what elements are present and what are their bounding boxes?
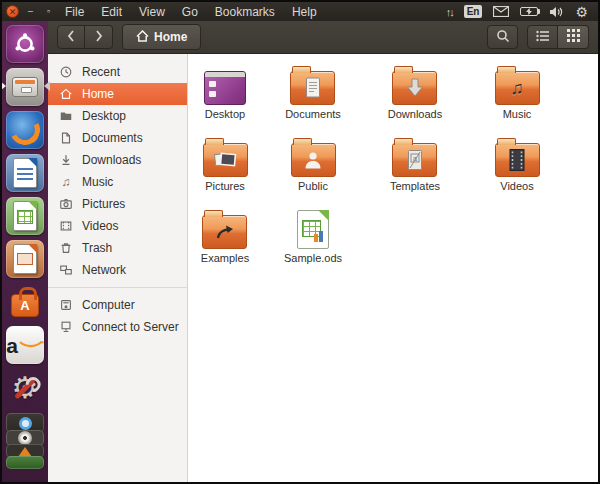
breadcrumb-home-button[interactable]: Home: [122, 24, 201, 50]
dock-item-amazon[interactable]: a: [6, 326, 44, 364]
sidebar-item-trash[interactable]: Trash: [48, 237, 187, 259]
blue-ring-icon: [19, 417, 32, 430]
menu-file[interactable]: File: [65, 5, 84, 19]
documents-folder-icon: [290, 71, 335, 105]
file-item-downloads[interactable]: Downloads: [388, 61, 442, 120]
dock-stacked-items[interactable]: [6, 413, 44, 471]
places-sidebar: RecentHomeDesktopDocumentsDownloads♫Musi…: [48, 54, 188, 482]
menu-go[interactable]: Go: [182, 5, 198, 19]
nautilus-toolbar: Home: [48, 21, 598, 54]
dock-item-firefox[interactable]: [6, 111, 44, 149]
sidebar-item-pictures[interactable]: Pictures: [48, 193, 187, 215]
dock-item-stacked-app-green[interactable]: [6, 456, 44, 469]
file-item-videos[interactable]: Videos: [495, 133, 540, 192]
sidebar-item-desktop[interactable]: Desktop: [48, 105, 187, 127]
menu-edit[interactable]: Edit: [101, 5, 122, 19]
file-item-music[interactable]: ♫Music: [495, 61, 540, 120]
file-item-documents[interactable]: Documents: [285, 61, 341, 120]
sidebar-item-label: Pictures: [82, 197, 125, 211]
minimize-window-button[interactable]: –: [24, 5, 37, 18]
computer-drive-icon: [59, 298, 73, 312]
sidebar-item-label: Documents: [82, 131, 143, 145]
search-button[interactable]: [487, 25, 518, 49]
nautilus-window: Home: [48, 21, 598, 482]
grid-view-button[interactable]: [558, 25, 589, 49]
dock-item-libreoffice-impress[interactable]: [6, 240, 44, 278]
forward-button[interactable]: [85, 25, 113, 49]
chevron-left-icon: [67, 30, 75, 45]
file-label: Documents: [285, 108, 341, 120]
dock-item-software-center[interactable]: A: [6, 283, 44, 321]
file-label: Downloads: [388, 108, 442, 120]
volume-icon[interactable]: [549, 6, 564, 18]
sidebar-item-home[interactable]: Home: [48, 83, 187, 105]
file-item-pictures[interactable]: Pictures: [203, 133, 248, 192]
back-button[interactable]: [57, 25, 85, 49]
shopping-bag-icon: A: [6, 283, 44, 321]
maximize-window-button[interactable]: ▫: [42, 5, 55, 18]
dock-item-system-settings[interactable]: ⚙: [6, 369, 44, 407]
nav-button-group: [57, 25, 113, 49]
amazon-a-icon: a: [6, 326, 44, 364]
download-arrow-icon: [59, 153, 73, 167]
file-label: Pictures: [205, 180, 245, 192]
breadcrumb-label: Home: [154, 30, 187, 44]
session-gear-icon[interactable]: ⚙: [575, 5, 588, 19]
view-toggle-group: [527, 25, 589, 49]
battery-icon[interactable]: [520, 7, 538, 16]
video-icon: [59, 219, 73, 233]
dock-item-libreoffice-calc[interactable]: [6, 197, 44, 235]
sidebar-item-connect-to-server[interactable]: Connect to Server: [48, 316, 187, 338]
file-item-public[interactable]: Public: [291, 133, 336, 192]
sidebar-item-label: Desktop: [82, 109, 126, 123]
menu-help[interactable]: Help: [292, 5, 317, 19]
sidebar-item-computer[interactable]: Computer: [48, 294, 187, 316]
sidebar-separator: [48, 287, 187, 288]
ubuntu-desktop-screen: ✕–▫ FileEditViewGoBookmarksHelp ↑↓En⚙ Aa…: [0, 0, 600, 484]
menu-view[interactable]: View: [139, 5, 165, 19]
ods-spreadsheet-icon: [297, 210, 329, 249]
file-item-examples[interactable]: Examples: [201, 205, 249, 264]
menu-bookmarks[interactable]: Bookmarks: [215, 5, 275, 19]
sidebar-item-network[interactable]: Network: [48, 259, 187, 281]
file-cabinet-icon: [6, 68, 44, 106]
sidebar-item-label: Videos: [82, 219, 118, 233]
keyboard-indicator[interactable]: En: [464, 5, 483, 18]
firefox-icon: [6, 111, 44, 149]
trash-icon: [59, 241, 73, 255]
sidebar-item-label: Trash: [82, 241, 112, 255]
sidebar-item-music[interactable]: ♫Music: [48, 171, 187, 193]
chevron-right-icon: [95, 30, 103, 45]
sidebar-item-videos[interactable]: Videos: [48, 215, 187, 237]
dock-item-file-manager[interactable]: [6, 68, 44, 106]
recent-clock-icon: [59, 65, 73, 79]
file-item-templates[interactable]: aTemplates: [390, 133, 440, 192]
videos-folder-icon: [495, 143, 540, 177]
close-window-button[interactable]: ✕: [6, 5, 19, 18]
sidebar-item-documents[interactable]: Documents: [48, 127, 187, 149]
document-icon: [59, 131, 73, 145]
nautilus-content: RecentHomeDesktopDocumentsDownloads♫Musi…: [48, 54, 598, 482]
mail-icon[interactable]: [493, 6, 509, 17]
sidebar-item-recent[interactable]: Recent: [48, 61, 187, 83]
sidebar-item-label: Connect to Server: [82, 320, 179, 334]
dock-item-ubuntu-dash[interactable]: [6, 25, 44, 63]
file-label: Templates: [390, 180, 440, 192]
file-browser-main: DesktopDocumentsDownloads♫MusicPicturesP…: [188, 54, 598, 482]
search-icon: [496, 29, 510, 46]
file-item-desktop[interactable]: Desktop: [204, 61, 246, 120]
list-view-button[interactable]: [527, 25, 558, 49]
sidebar-item-label: Music: [82, 175, 113, 189]
dock-item-libreoffice-writer[interactable]: [6, 154, 44, 192]
disc-icon: [18, 431, 32, 445]
examples-folder-icon: [202, 215, 247, 249]
global-menu-bar: ✕–▫ FileEditViewGoBookmarksHelp ↑↓En⚙: [2, 2, 598, 21]
file-label: Examples: [201, 252, 249, 264]
file-item-sample-ods[interactable]: Sample.ods: [284, 205, 342, 264]
network-arrows-icon[interactable]: ↑↓: [446, 6, 453, 18]
sidebar-item-downloads[interactable]: Downloads: [48, 149, 187, 171]
camera-icon: [59, 197, 73, 211]
file-label: Public: [298, 180, 328, 192]
folder-icon: [59, 109, 73, 123]
file-label: Videos: [500, 180, 533, 192]
